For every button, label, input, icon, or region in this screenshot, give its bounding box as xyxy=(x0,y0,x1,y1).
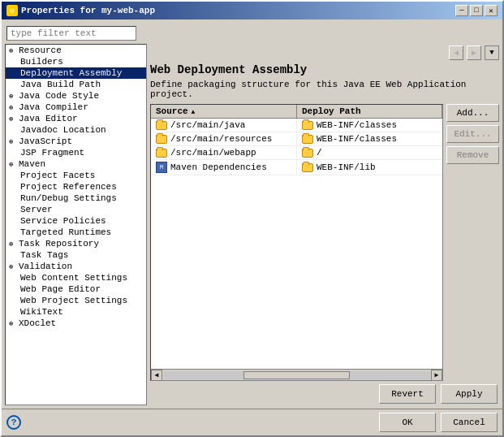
remove-button[interactable]: Remove xyxy=(446,146,499,164)
tree-item-project-facets[interactable]: Project Facets xyxy=(6,170,146,181)
tree-item-label: Java Editor xyxy=(19,114,78,123)
tree-item-label: Project Facets xyxy=(20,171,95,180)
expand-icon: ⊕ xyxy=(9,160,17,169)
tree-item-task-repository[interactable]: ⊕ Task Repository xyxy=(6,238,146,249)
deploy-column-header[interactable]: Deploy Path xyxy=(297,105,442,118)
tree-item-label: Web Content Settings xyxy=(20,273,127,283)
tree-item-java-build-path[interactable]: Java Build Path xyxy=(6,79,146,90)
close-button[interactable]: ✕ xyxy=(485,5,498,16)
back-button[interactable]: ◀ xyxy=(449,45,463,60)
filter-input[interactable] xyxy=(6,26,136,41)
tree-item-label: Deployment Assembly xyxy=(20,68,122,78)
dialog-footer: ? OK Cancel xyxy=(2,409,502,435)
tree-item-label: Task Repository xyxy=(19,239,99,249)
main-split: ⊕ Resource Builders Deployment Assembly … xyxy=(5,44,499,405)
expand-icon: ⊕ xyxy=(9,103,17,112)
expand-icon: ⊕ xyxy=(9,137,17,146)
source-cell: /src/main/java xyxy=(151,119,297,132)
horizontal-scrollbar[interactable]: ◀ ▶ xyxy=(151,369,442,380)
nav-dropdown[interactable]: ▼ xyxy=(485,45,499,60)
title-bar-left: ⚙ Properties for my-web-app xyxy=(6,5,155,16)
properties-window: ⚙ Properties for my-web-app — □ ✕ ⊕ Reso… xyxy=(0,0,504,437)
source-cell: M Maven Dependencies xyxy=(151,160,297,175)
ok-button[interactable]: OK xyxy=(379,413,436,432)
folder-icon xyxy=(302,163,313,172)
tree-item-javascript[interactable]: ⊕ JavaScript xyxy=(6,136,146,147)
tree-item-run-debug-settings[interactable]: Run/Debug Settings xyxy=(6,193,146,204)
scroll-thumb[interactable] xyxy=(243,371,351,379)
tree-item-javadoc-location[interactable]: Javadoc Location xyxy=(6,124,146,136)
table-row[interactable]: /src/main/resources WEB-INF/classes xyxy=(151,132,442,146)
tree-item-label: JSP Fragment xyxy=(20,148,84,158)
add-button[interactable]: Add... xyxy=(446,104,499,122)
description-text: Define packaging structure for this Java… xyxy=(150,80,499,99)
tree-item-label: Task Tags xyxy=(20,250,68,260)
expand-icon: ⊕ xyxy=(9,262,17,271)
forward-button[interactable]: ▶ xyxy=(467,45,481,60)
apply-button[interactable]: Apply xyxy=(441,384,498,404)
folder-icon xyxy=(156,135,167,144)
edit-button[interactable]: Edit... xyxy=(446,125,499,143)
title-bar: ⚙ Properties for my-web-app — □ ✕ xyxy=(2,2,502,19)
tree-item-targeted-runtimes[interactable]: Targeted Runtimes xyxy=(6,227,146,238)
maven-icon: M xyxy=(156,162,167,173)
tree-item-java-compiler[interactable]: ⊕ Java Compiler xyxy=(6,102,146,113)
sort-arrow-icon: ▲ xyxy=(192,108,196,115)
scroll-right-button[interactable]: ▶ xyxy=(431,370,442,381)
action-buttons: Add... Edit... Remove xyxy=(446,104,499,381)
folder-icon xyxy=(156,121,167,130)
tree-item-builders[interactable]: Builders xyxy=(6,56,146,67)
revert-button[interactable]: Revert xyxy=(379,384,436,404)
scroll-track[interactable] xyxy=(163,371,430,379)
deploy-cell: WEB-INF/classes xyxy=(297,132,442,145)
deployment-table: Source ▲ Deploy Path /src/ma xyxy=(150,104,443,381)
tree-item-deployment-assembly[interactable]: Deployment Assembly xyxy=(6,67,146,79)
tree-item-xdoclet[interactable]: ⊕ XDoclet xyxy=(6,318,146,329)
tree-item-label: Service Policies xyxy=(20,216,106,226)
folder-icon xyxy=(156,149,167,158)
help-icon[interactable]: ? xyxy=(6,415,21,430)
scroll-left-button[interactable]: ◀ xyxy=(151,370,162,381)
tree-item-label: XDoclet xyxy=(19,318,56,328)
tree-item-project-references[interactable]: Project References xyxy=(6,181,146,193)
tree-item-web-project-settings[interactable]: Web Project Settings xyxy=(6,295,146,306)
expand-icon: ⊕ xyxy=(9,46,17,55)
table-row[interactable]: /src/main/java WEB-INF/classes xyxy=(151,119,442,132)
expand-icon: ⊕ xyxy=(9,115,17,123)
source-cell: /src/main/resources xyxy=(151,132,297,145)
tree-item-server[interactable]: Server xyxy=(6,204,146,215)
right-panel: ◀ ▶ ▼ Web Deployment Assembly Define pac… xyxy=(150,44,499,405)
deploy-cell: WEB-INF/lib xyxy=(297,161,442,174)
table-and-buttons: Source ▲ Deploy Path /src/ma xyxy=(150,104,499,381)
tree-item-web-page-editor[interactable]: Web Page Editor xyxy=(6,283,146,295)
tree-item-jsp-fragment[interactable]: JSP Fragment xyxy=(6,147,146,158)
tree-item-resource[interactable]: ⊕ Resource xyxy=(6,45,146,56)
window-icon: ⚙ xyxy=(6,5,18,16)
source-column-header[interactable]: Source ▲ xyxy=(151,105,297,118)
folder-icon xyxy=(302,121,313,130)
minimize-button[interactable]: — xyxy=(455,5,468,16)
table-row[interactable]: /src/main/webapp / xyxy=(151,146,442,160)
tree-item-service-policies[interactable]: Service Policies xyxy=(6,215,146,227)
tree-item-label: Resource xyxy=(19,45,62,55)
nav-bar: ◀ ▶ ▼ xyxy=(150,44,499,62)
window-title: Properties for my-web-app xyxy=(21,6,155,15)
left-panel: ⊕ Resource Builders Deployment Assembly … xyxy=(5,44,147,405)
tree-item-maven[interactable]: ⊕ Maven xyxy=(6,158,146,170)
bottom-bar: Revert Apply xyxy=(150,381,499,405)
table-body: /src/main/java WEB-INF/classes xyxy=(151,119,442,369)
tree-item-label: Validation xyxy=(19,262,72,271)
tree-item-wikitext[interactable]: WikiText xyxy=(6,306,146,318)
tree-item-web-content-settings[interactable]: Web Content Settings xyxy=(6,272,146,283)
tree-item-java-editor[interactable]: ⊕ Java Editor xyxy=(6,113,146,124)
tree-item-validation[interactable]: ⊕ Validation xyxy=(6,261,146,272)
tree-item-label: Builders xyxy=(20,57,63,67)
deploy-cell: WEB-INF/classes xyxy=(297,119,442,132)
maximize-button[interactable]: □ xyxy=(470,5,483,16)
table-row[interactable]: M Maven Dependencies WEB-INF/lib xyxy=(151,160,442,175)
tree-item-java-code-style[interactable]: ⊕ Java Code Style xyxy=(6,90,146,102)
tree-item-task-tags[interactable]: Task Tags xyxy=(6,249,146,261)
cancel-button[interactable]: Cancel xyxy=(441,413,498,432)
source-cell: /src/main/webapp xyxy=(151,146,297,159)
filter-row xyxy=(5,23,499,44)
